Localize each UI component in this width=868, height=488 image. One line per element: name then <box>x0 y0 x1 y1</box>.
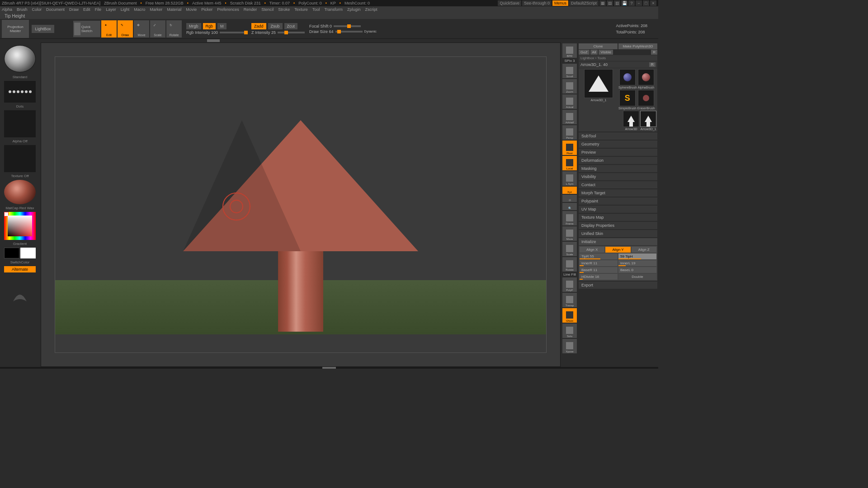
zadd-button[interactable]: Zadd <box>251 23 266 29</box>
section-visibility[interactable]: Visibility <box>579 173 657 180</box>
frame-button[interactable]: Frame <box>562 211 577 225</box>
basel-slider[interactable]: BaseL 0 <box>618 267 656 273</box>
minimize-icon[interactable]: − <box>636 0 642 6</box>
spherebrush-icon[interactable] <box>619 69 636 85</box>
draw-button[interactable]: ✎Draw <box>118 20 133 38</box>
scale-button[interactable]: ⤢Scale <box>150 20 165 38</box>
focal-shift-slider[interactable] <box>334 25 361 27</box>
section-subtool[interactable]: SubTool <box>579 132 657 140</box>
r-button[interactable]: R <box>651 50 657 55</box>
menu-file[interactable]: File <box>95 7 102 12</box>
layout3-icon[interactable]: ▥ <box>614 0 620 6</box>
swatch-secondary[interactable] <box>4 248 19 258</box>
ghost-button[interactable]: Ghost <box>562 308 577 323</box>
xpose-button[interactable]: Xpose <box>562 339 577 353</box>
transp-button[interactable]: Transp <box>562 293 577 307</box>
scale-tool-button[interactable]: Scale <box>562 242 577 256</box>
hdivide-slider[interactable]: HDivide 16 <box>580 274 618 280</box>
draw-size-slider[interactable] <box>335 31 363 33</box>
arrow3d-icon[interactable] <box>623 111 639 127</box>
goz-button[interactable]: GoZ <box>579 50 590 55</box>
z-intensity-slider[interactable] <box>278 32 305 33</box>
rotate-tool-button[interactable]: Rotate <box>562 257 577 272</box>
eraserbrush-icon[interactable] <box>638 90 654 106</box>
texture-preview[interactable] <box>4 145 36 172</box>
edit-button[interactable]: ✦Edit <box>101 20 117 38</box>
menu-macro[interactable]: Macro <box>134 7 145 12</box>
menu-light[interactable]: Light <box>121 7 130 12</box>
bpr-button[interactable]: BPR <box>562 43 577 58</box>
brush-preview[interactable] <box>4 45 36 72</box>
tool-r-button[interactable]: R <box>649 62 656 67</box>
section-export[interactable]: Export <box>579 281 657 289</box>
menu-draw[interactable]: Draw <box>69 7 79 12</box>
persp-button[interactable]: Persp <box>562 125 577 140</box>
menu-texture[interactable]: Texture <box>294 7 308 12</box>
lightbox-button[interactable]: LightBox <box>32 25 54 33</box>
align-y-button[interactable]: Align Y <box>605 247 630 253</box>
scroll-button[interactable]: Scroll <box>562 64 577 78</box>
section-texture-map[interactable]: Texture Map <box>579 213 657 221</box>
section-masking[interactable]: Masking <box>579 164 657 172</box>
zsub-button[interactable]: Zsub <box>268 23 283 29</box>
menu-zscript[interactable]: Zscript <box>365 7 377 12</box>
quicksave-button[interactable]: QuickSave <box>498 0 521 6</box>
zoom-button[interactable]: Zoom <box>562 79 577 94</box>
menu-tool[interactable]: Tool <box>312 7 320 12</box>
current-tool-icon[interactable] <box>584 69 613 98</box>
swatch-primary[interactable] <box>20 248 36 258</box>
menu-brush[interactable]: Brush <box>17 7 28 12</box>
section-preview[interactable]: Preview <box>579 148 657 156</box>
menu-color[interactable]: Color <box>32 7 42 12</box>
innerl-slider[interactable]: InnerL 19 <box>618 260 656 266</box>
alphabrush-icon[interactable] <box>638 69 654 85</box>
section-contact[interactable]: Contact <box>579 181 657 188</box>
menu-zplugin[interactable]: Zplugin <box>347 7 361 12</box>
switchcolor-button[interactable]: SwitchColor <box>1 260 39 264</box>
innerr-slider[interactable]: InnerR 11 <box>580 260 618 266</box>
move-tool-button[interactable]: Move <box>562 226 577 241</box>
footer-handle[interactable] <box>322 367 336 369</box>
menu-alpha[interactable]: Alpha <box>2 7 12 12</box>
alpha-preview[interactable] <box>4 110 36 137</box>
zcut-button[interactable]: Zcut <box>284 23 298 29</box>
floor-button[interactable]: Floor <box>562 141 577 155</box>
close-icon[interactable]: × <box>650 0 656 6</box>
menu-render[interactable]: Render <box>244 7 257 12</box>
polyf-button[interactable]: PolyF <box>562 277 577 292</box>
menu-stroke[interactable]: Stroke <box>278 7 290 12</box>
section-deformation[interactable]: Deformation <box>579 156 657 164</box>
rgb-intensity-slider[interactable] <box>220 32 247 33</box>
aahalf-button[interactable]: AAHalf <box>562 110 577 124</box>
menu-stencil[interactable]: Stencil <box>261 7 274 12</box>
align-z-button[interactable]: Align Z <box>632 247 656 253</box>
section-unified-skin[interactable]: Unified Skin <box>579 230 657 237</box>
section-display-properties[interactable]: Display Properties <box>579 221 657 229</box>
make-polymesh-button[interactable]: Make PolyMesh3D <box>618 43 657 49</box>
align-x-button[interactable]: Align X <box>580 247 604 253</box>
section-morph-target[interactable]: Morph Target <box>579 189 657 197</box>
menu-preferences[interactable]: Preferences <box>217 7 239 12</box>
tipr-slider[interactable]: TipR 55 <box>580 253 618 259</box>
section-initialize[interactable]: Initialize <box>579 238 657 245</box>
section-uv-map[interactable]: UV Map <box>579 205 657 213</box>
xyz-button[interactable]: Xyz <box>562 187 577 194</box>
menu-marker[interactable]: Marker <box>150 7 162 12</box>
default-zscript-button[interactable]: DefaultZScript <box>569 0 599 6</box>
help-icon[interactable]: ? <box>628 0 635 6</box>
alternate-button[interactable]: Alternate <box>4 266 36 272</box>
lsym-button[interactable]: L.Sym <box>562 171 577 186</box>
move-button[interactable]: ✥Move <box>134 20 149 38</box>
layout-icon[interactable]: ▦ <box>599 0 606 6</box>
m-button[interactable]: M <box>217 23 226 29</box>
local-button[interactable]: Local <box>562 156 577 170</box>
seethrough-slider[interactable]: See-through 0 <box>522 0 552 6</box>
simplebrush-icon[interactable]: S <box>619 90 636 106</box>
zoom-tool-button[interactable]: 🔍 <box>562 203 577 210</box>
menu-movie[interactable]: Movie <box>186 7 197 12</box>
section-geometry[interactable]: Geometry <box>579 140 657 148</box>
stroke-preview[interactable] <box>4 81 36 103</box>
menu-layer[interactable]: Layer <box>106 7 116 12</box>
center-button[interactable]: ⊙ <box>562 195 577 202</box>
tiph-slider[interactable]: 59 TipH <box>618 253 656 259</box>
